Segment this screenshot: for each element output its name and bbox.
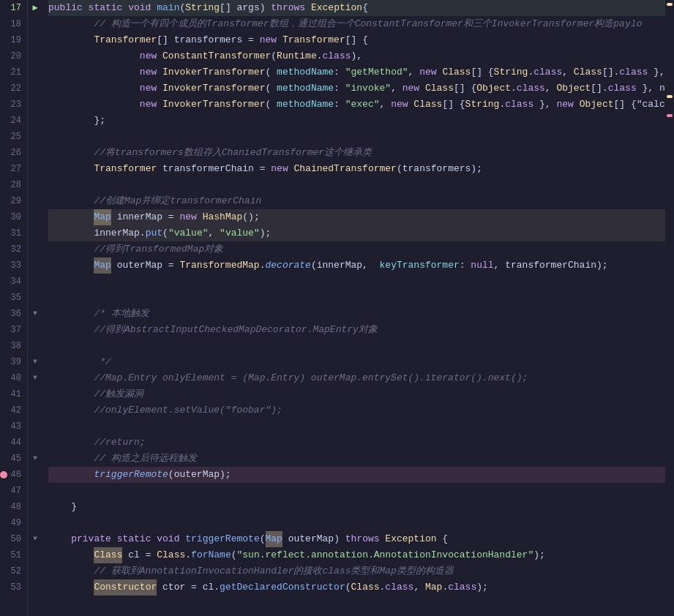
code-line-20: new ConstantTransformer(Runtime.class), [48, 48, 665, 64]
code-line-44: //return; [48, 435, 665, 451]
cls-class-23: Class [413, 97, 442, 113]
gutter-48 [28, 499, 42, 515]
punct-21d: [] { [471, 64, 493, 80]
gutter-26 [28, 145, 42, 161]
cls-runtime-20: Runtime [277, 48, 317, 64]
cls-exception-50: Exception [385, 531, 442, 547]
line-num-42: 42 [3, 402, 21, 418]
map-highlight-50: Map [266, 531, 282, 547]
code-line-19: Transformer[] transformers = new Transfo… [48, 32, 665, 48]
kw-new-19: new [260, 32, 282, 48]
punct-31a: . [140, 225, 146, 241]
kw-void-50: void [157, 531, 185, 547]
code-line-52: // 获取到AnnotationInvocationHandler的接收clas… [48, 563, 665, 579]
str-value2: "value" [220, 225, 260, 241]
kw-new-20: new [140, 48, 162, 64]
code-line-34 [48, 274, 665, 290]
kw-new-21b: new [419, 64, 442, 80]
code-line-23: new InvokerTransformer( methodName: "exe… [48, 97, 665, 113]
map-highlight-30: Map [94, 209, 111, 225]
kw-new-23c: new [556, 97, 579, 113]
comment-40: //Map.Entry onlyElement = (Map.Entry) ou… [48, 370, 528, 386]
cls-transformer2-19: Transformer [282, 32, 345, 48]
scrollbar[interactable] [665, 0, 674, 616]
indent-33 [48, 258, 94, 274]
comment-36: /* 本地触发 [48, 306, 149, 322]
kw-null: null [471, 258, 493, 274]
cls-invoker-21: InvokerTransformer [162, 64, 265, 80]
gutter-34 [28, 274, 42, 290]
comment-45: // 构造之后待远程触发 [48, 451, 197, 467]
gutter-39[interactable]: ▼ [28, 354, 42, 370]
line-num-50: 50 [3, 531, 21, 547]
line-num-43: 43 [3, 418, 21, 435]
punct-23e: . [499, 97, 505, 113]
cls-transformedmap: TransformedMap [179, 258, 259, 274]
code-content: public static void main(String[] args) t… [42, 0, 665, 616]
var-innermap: innerMap [111, 209, 168, 225]
indent-20 [48, 48, 140, 64]
line-num-28: 28 [3, 177, 21, 193]
code-line-26: //将transformers数组存入ChaniedTransformer这个继… [48, 145, 665, 161]
punct-53c: . [380, 579, 386, 596]
indent-19 [48, 32, 94, 48]
gutter-43 [28, 418, 42, 435]
code-line-42: //onlyElement.setValue("foobar"); [48, 402, 665, 418]
cls-chained-27: ChainedTransformer [294, 161, 397, 177]
kw-class-22b: class [517, 80, 545, 97]
punct-27b: (transformers); [397, 161, 482, 177]
cls-object-22: Object [476, 80, 511, 97]
gutter-36[interactable]: ▼ [28, 306, 42, 322]
fn-triggerremote: triggerRemote [94, 467, 168, 483]
code-line-48: } [48, 499, 665, 515]
punct-31b: ( [162, 225, 168, 241]
line-num-38: 38 [3, 338, 21, 354]
indent-23 [48, 97, 140, 113]
line-num-23: 23 [3, 97, 21, 113]
gutter-45[interactable]: ▼ [28, 451, 42, 467]
code-line-32: //得到TransformedMap对象 [48, 241, 665, 258]
punct-50c: { [442, 531, 448, 547]
gutter-25 [28, 129, 42, 145]
line-num-27: 27 [3, 161, 21, 177]
line-numbers: 17 18 19 20 21 22 23 24 25 26 27 28 29 3… [0, 0, 28, 616]
indent-24 [48, 113, 94, 129]
cls-constant-20: ConstantTransformer [162, 48, 271, 64]
code-line-43 [48, 418, 665, 435]
punct-19a: [] [157, 32, 173, 48]
gutter-27 [28, 161, 42, 177]
gutter-51 [28, 547, 42, 563]
line-num-45: 45 [3, 451, 21, 467]
gutter-49 [28, 515, 42, 531]
line-num-47: 47 [3, 483, 21, 499]
kw-new-22b: new [402, 80, 425, 97]
var-transformerchain: transformerChain [162, 161, 260, 177]
line-num-19: 19 [3, 32, 21, 48]
kw-class-22c: class [608, 80, 637, 97]
cls-class-22: Class [425, 80, 454, 97]
indent-46 [48, 467, 94, 483]
code-line-41: //触发漏洞 [48, 386, 665, 402]
punct-22f: , [545, 80, 557, 97]
punct-22e: . [511, 80, 517, 97]
param-args: args [236, 0, 259, 16]
gutter-50[interactable]: ▼ [28, 531, 42, 547]
kw-private-50: private [71, 531, 116, 547]
punct-33b: . [260, 258, 266, 274]
punct-30b: (); [242, 209, 259, 225]
var-innermap-31: innerMap [94, 225, 139, 241]
punct-22a: ( [265, 80, 277, 97]
gutter-40[interactable]: ▼ [28, 370, 42, 386]
kw-throws-17: throws [271, 0, 311, 16]
cls-invoker-23: InvokerTransformer [162, 97, 265, 113]
indent-48 [48, 499, 71, 515]
str-exec: "exec" [345, 97, 380, 113]
line-num-25: 25 [3, 129, 21, 145]
kw-class-23b: class [505, 97, 533, 113]
code-line-37: //得到AbstractInputCheckedMapDecorator.Map… [48, 322, 665, 338]
gutter-19 [28, 32, 42, 48]
code-line-45: // 构造之后待远程触发 [48, 451, 665, 467]
line-num-18: 18 [3, 16, 21, 32]
punct-20b: . [317, 48, 323, 64]
punct-48: } [71, 499, 77, 515]
